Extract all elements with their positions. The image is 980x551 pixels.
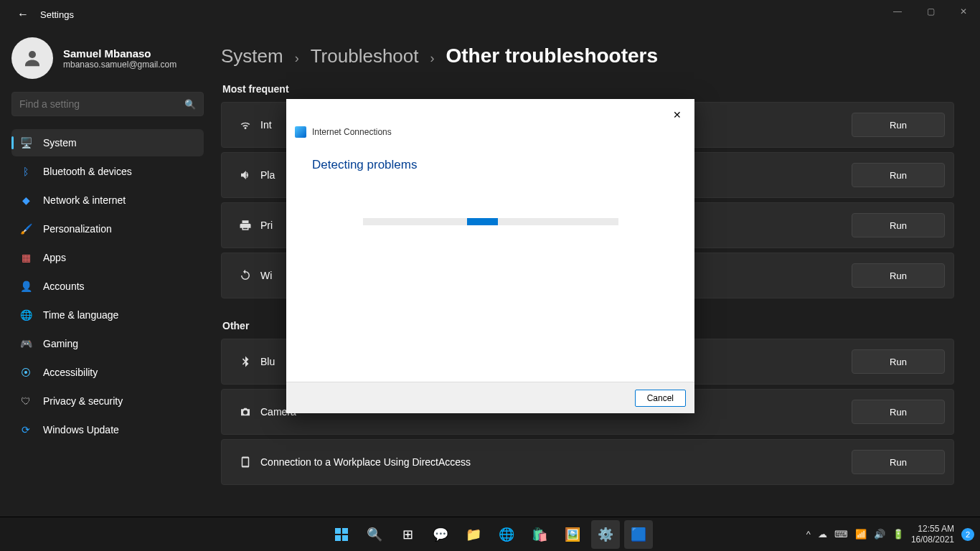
clock-time: 12:55 AM — [911, 524, 954, 534]
taskbar: 🔍 ⊞ 💬 📁 🌐 🛍️ 🖼️ ⚙️ 🟦 ^ ☁ ⌨ 📶 🔊 🔋 12:55 A… — [0, 517, 980, 551]
clock[interactable]: 12:55 AM 16/08/2021 — [911, 524, 954, 545]
app-taskbar-icon[interactable]: 🟦 — [624, 520, 653, 549]
progress-bar — [363, 218, 618, 225]
svg-rect-4 — [342, 535, 348, 541]
tray-chevron-icon[interactable]: ^ — [806, 529, 811, 540]
task-view-icon[interactable]: ⊞ — [393, 520, 422, 549]
dialog-title: Internet Connections — [312, 127, 392, 137]
wifi-icon[interactable]: 📶 — [855, 529, 867, 540]
file-explorer-icon[interactable]: 📁 — [459, 520, 488, 549]
chat-icon[interactable]: 💬 — [426, 520, 455, 549]
svg-rect-3 — [335, 535, 341, 541]
svg-rect-1 — [335, 528, 341, 534]
close-icon[interactable]: ✕ — [667, 105, 687, 125]
battery-icon[interactable]: 🔋 — [892, 529, 904, 540]
modal-overlay: ✕ Internet Connections Detecting problem… — [0, 0, 980, 517]
svg-rect-2 — [342, 528, 348, 534]
edge-icon[interactable]: 🌐 — [492, 520, 521, 549]
start-button[interactable] — [327, 520, 356, 549]
taskbar-search-icon[interactable]: 🔍 — [360, 520, 389, 549]
dialog-headline: Detecting problems — [286, 138, 694, 172]
cancel-button[interactable]: Cancel — [635, 390, 686, 407]
photos-icon[interactable]: 🖼️ — [558, 520, 587, 549]
keyboard-icon[interactable]: ⌨ — [834, 529, 848, 540]
settings-taskbar-icon[interactable]: ⚙️ — [591, 520, 620, 549]
dialog-icon — [295, 126, 306, 138]
volume-icon[interactable]: 🔊 — [874, 529, 885, 540]
troubleshooter-dialog: ✕ Internet Connections Detecting problem… — [286, 99, 694, 413]
onedrive-icon[interactable]: ☁ — [818, 529, 827, 540]
clock-date: 16/08/2021 — [911, 534, 954, 545]
notification-badge[interactable]: 2 — [961, 528, 974, 541]
store-icon[interactable]: 🛍️ — [525, 520, 554, 549]
